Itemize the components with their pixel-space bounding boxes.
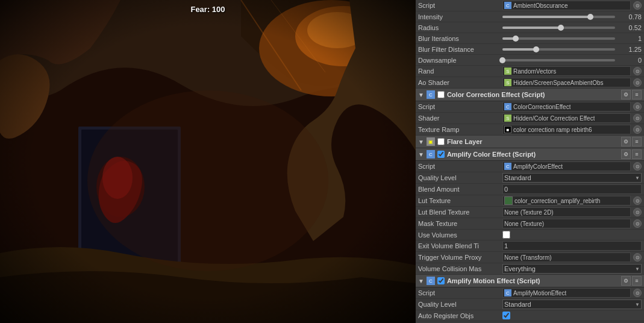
cc-texture-ramp-value: ■ color correction ramp rebirth6 ⊙ [502,125,642,134]
color-correction-settings-btn[interactable]: ⚙ [621,90,631,99]
amplify-color-icon: C [427,150,435,158]
am-script-ref[interactable]: C AmplifyMotionEffect [502,288,631,298]
ac-lut-blend-label: Lut Blend Texture [418,209,502,216]
cc-script-circle-btn[interactable]: ⊙ [633,102,642,111]
flare-layer-menu-btn[interactable]: ≡ [632,137,642,146]
am-script-row: Script C AmplifyMotionEffect ⊙ [416,287,644,299]
flare-layer-checkbox[interactable] [437,138,445,145]
amplify-motion-settings-btn[interactable]: ⚙ [621,276,631,286]
cc-script-ref[interactable]: C ColorCorrectionEffect [502,102,631,111]
ac-script-ref[interactable]: C AmplifyColorEffect [502,162,631,171]
ac-mask-texture-circle-btn[interactable]: ⊙ [633,219,642,228]
amplify-motion-menu-btn[interactable]: ≡ [632,276,642,286]
script-value: C AmbientObscurance ⊙ [502,1,642,10]
amplify-color-settings-btn[interactable]: ⚙ [621,149,631,159]
ac-script-text: AmplifyColorEffect [513,163,563,170]
cc-shader-ref[interactable]: S Hidden/Color Correction Effect [502,113,631,123]
flare-layer-arrow[interactable]: ▼ [418,139,424,145]
cc-script-row: Script C ColorCorrectionEffect ⊙ [416,101,644,113]
ac-script-circle-btn[interactable]: ⊙ [633,162,642,171]
cc-texture-ramp-text: color correction ramp rebirth6 [513,127,592,133]
color-correction-icon: C [427,90,435,99]
ac-quality-dropdown[interactable]: Standard ▼ [502,173,642,183]
ac-mask-texture-text: None (Texture) [504,221,544,227]
script-row-ao: Script C AmbientObscurance ⊙ [416,0,644,11]
am-auto-register-checkbox[interactable] [502,312,510,319]
ao-shader-circle-btn[interactable]: ⊙ [633,78,642,87]
blur-filter-distance-row: Blur Filter Distance 1.25 [416,44,644,55]
cc-shader-row: Shader S Hidden/Color Correction Effect … [416,113,644,124]
am-quality-dropdown[interactable]: Standard ▼ [502,299,642,309]
amplify-motion-arrow[interactable]: ▼ [418,278,424,284]
color-correction-menu-btn[interactable]: ≡ [632,90,642,99]
ac-use-volumes-label: Use Volumes [418,231,502,239]
rand-label: Rand [418,67,502,75]
rand-value: S RandomVectors ⊙ [502,66,642,76]
ac-lut-texture-ref[interactable]: color_correction_amplify_rebirth [502,196,631,205]
blur-filter-distance-number: 1.25 [617,46,642,53]
ac-mask-texture-ref[interactable]: None (Texture) [502,219,631,228]
blur-filter-distance-label: Blur Filter Distance [418,46,502,53]
ac-trigger-volume-ref[interactable]: None (Transform) [502,252,631,262]
intensity-number: 0.78 [617,13,642,20]
amplify-motion-checkbox[interactable] [437,277,445,284]
intensity-slider[interactable] [502,16,615,18]
rand-object-ref[interactable]: S RandomVectors [502,66,631,76]
ac-use-volumes-checkbox[interactable] [502,231,510,239]
ac-collision-mask-arrow-icon: ▼ [635,266,640,272]
amplify-motion-title: Amplify Motion Effect (Script) [447,277,619,284]
ac-exit-volume-label: Exit Volume Blend Ti [418,242,502,249]
ac-use-volumes-row: Use Volumes [416,230,644,240]
svg-rect-11 [0,0,416,323]
cc-shader-value: S Hidden/Color Correction Effect ⊙ [502,113,642,123]
script-text: AmbientObscurance [513,2,568,9]
ac-script-label: Script [418,163,502,170]
downsample-slider[interactable] [502,59,615,61]
ac-blend-label: Blend Amount [418,186,502,193]
color-correction-checkbox[interactable] [437,91,445,98]
color-correction-arrow[interactable]: ▼ [418,92,424,98]
ac-lut-texture-circle-btn[interactable]: ⊙ [633,196,642,205]
blur-filter-distance-value: 1.25 [502,46,642,53]
ac-lut-blend-row: Lut Blend Texture None (Texture 2D) ⊙ [416,207,644,218]
ac-blend-input[interactable] [502,184,642,194]
ac-trigger-volume-circle-btn[interactable]: ⊙ [633,253,642,262]
cc-shader-text: Hidden/Color Correction Effect [513,115,595,122]
radius-number: 0.52 [617,24,642,31]
am-quality-arrow-icon: ▼ [635,302,640,307]
radius-slider[interactable] [502,27,615,29]
intensity-row: Intensity 0.78 [416,11,644,22]
ao-shader-row: Ao Shader S Hidden/ScreenSpaceAmbientObs… [416,77,644,89]
ac-collision-mask-dropdown[interactable]: Everything ▼ [502,264,642,274]
flare-layer-settings-btn[interactable]: ⚙ [621,137,631,146]
ac-lut-blend-ref[interactable]: None (Texture 2D) [502,207,631,217]
ac-mask-texture-value: None (Texture) ⊙ [502,219,642,228]
ao-shader-object-ref[interactable]: S Hidden/ScreenSpaceAmbientObs [502,78,631,87]
radius-row: Radius 0.52 [416,22,644,33]
amplify-color-checkbox[interactable] [437,151,445,158]
rand-circle-btn[interactable]: ⊙ [633,67,642,75]
script-circle-btn[interactable]: ⊙ [633,1,642,10]
cc-texture-ramp-ref[interactable]: ■ color correction ramp rebirth6 [502,125,631,134]
script-object-ref[interactable]: C AmbientObscurance [502,1,631,10]
blur-iterations-slider[interactable] [502,37,615,40]
blur-filter-distance-slider[interactable] [502,48,615,51]
cc-shader-icon: S [504,114,511,122]
ac-quality-arrow-icon: ▼ [635,175,640,181]
cc-shader-circle-btn[interactable]: ⊙ [633,114,642,122]
ac-lut-texture-text: color_correction_amplify_rebirth [514,198,600,204]
cc-script-label: Script [418,103,502,110]
downsample-thumb [499,57,505,63]
am-quality-row: Quality Level Standard ▼ [416,299,644,310]
ac-exit-volume-input[interactable] [502,241,642,251]
am-script-icon: C [504,289,511,296]
fear-label: Fear: 100 [190,5,225,14]
am-quality-value: Standard ▼ [502,299,642,309]
amplify-color-menu-btn[interactable]: ≡ [632,149,642,159]
am-script-circle-btn[interactable]: ⊙ [633,289,642,297]
cc-texture-ramp-circle-btn[interactable]: ⊙ [633,125,642,134]
intensity-fill [502,16,590,18]
ac-lut-blend-circle-btn[interactable]: ⊙ [633,208,642,216]
amplify-color-arrow[interactable]: ▼ [418,151,424,158]
am-quality-text: Standard [504,301,531,308]
